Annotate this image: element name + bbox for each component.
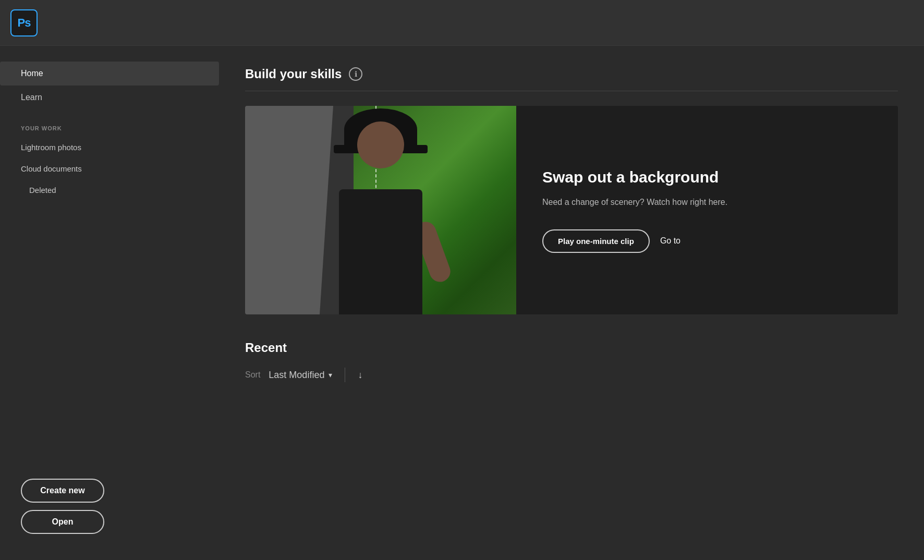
- skills-card: Swap out a background Need a change of s…: [245, 106, 898, 314]
- skills-headline: Swap out a background: [542, 168, 872, 187]
- sidebar-item-deleted[interactable]: Deleted: [0, 179, 219, 201]
- chevron-down-icon: ▾: [329, 371, 332, 379]
- skills-section-header: Build your skills ℹ: [245, 67, 898, 81]
- sidebar-item-lightroom[interactable]: Lightroom photos: [0, 137, 219, 158]
- ps-logo-text: Ps: [18, 16, 31, 30]
- person-body: [339, 189, 422, 314]
- person-shape: [308, 116, 454, 314]
- sort-direction-icon[interactable]: ↓: [358, 370, 362, 381]
- skills-section-title: Build your skills: [245, 67, 342, 81]
- open-button[interactable]: Open: [21, 510, 104, 534]
- skills-divider: [245, 91, 898, 91]
- sort-divider: [345, 368, 345, 382]
- sidebar-item-cloud-documents[interactable]: Cloud documents: [0, 158, 219, 179]
- create-new-button[interactable]: Create new: [21, 479, 104, 503]
- goto-link[interactable]: Go to: [660, 236, 680, 246]
- person-figure: [245, 106, 516, 314]
- info-icon[interactable]: ℹ: [349, 67, 362, 81]
- recent-section-title: Recent: [245, 340, 898, 355]
- skills-image: [245, 106, 516, 314]
- app-logo: Ps: [10, 9, 38, 36]
- play-clip-button[interactable]: Play one-minute clip: [542, 229, 650, 253]
- your-work-label: YOUR WORK: [0, 109, 219, 137]
- sidebar: Home Learn YOUR WORK Lightroom photos Cl…: [0, 46, 219, 560]
- sort-select[interactable]: Last Modified ▾: [269, 370, 332, 381]
- sort-label: Sort: [245, 370, 260, 380]
- topbar: Ps: [0, 0, 924, 46]
- person-head: [357, 121, 404, 168]
- skills-description: Need a change of scenery? Watch how righ…: [542, 196, 872, 209]
- skills-text-content: Swap out a background Need a change of s…: [516, 106, 898, 314]
- sort-row: Sort Last Modified ▾ ↓: [245, 368, 898, 382]
- sidebar-item-learn[interactable]: Learn: [0, 86, 219, 109]
- sort-current-value: Last Modified: [269, 370, 324, 381]
- main-layout: Home Learn YOUR WORK Lightroom photos Cl…: [0, 46, 924, 560]
- skills-buttons: Play one-minute clip Go to: [542, 229, 872, 253]
- sidebar-buttons: Create new Open: [0, 468, 219, 544]
- sidebar-item-home[interactable]: Home: [0, 62, 219, 86]
- content-area: Build your skills ℹ: [219, 46, 924, 560]
